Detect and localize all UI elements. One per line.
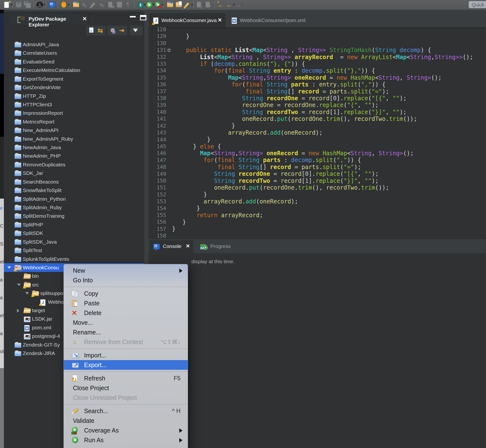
tree-item[interactable]: SnowflakeToSplit [4,186,144,195]
tree-item[interactable]: SplunkToSplitEvents [4,255,144,264]
menu-item-delete[interactable]: ✕Delete [64,308,188,318]
tree-item[interactable]: New_AdminAPI [4,126,144,135]
menu-item-go-into[interactable]: Go Into [64,275,188,285]
project-folder-icon [15,153,22,159]
tree-item[interactable]: ExportToSegment [4,75,144,83]
tree-item[interactable]: SplitDemoTraining [4,212,144,220]
chevron-right-icon[interactable] [17,309,19,313]
menu-item-import[interactable]: ↘Import... [64,350,188,360]
focus-on-active-task-icon[interactable]: ⇥ [117,26,126,35]
tree-item[interactable]: SplitPHP [4,220,144,229]
tree-item[interactable]: NewAdmin_Java [4,143,144,152]
console-tab[interactable]: Console✕ [149,240,193,253]
debug-icon[interactable] [137,1,144,8]
view-menu-icon[interactable] [131,26,139,35]
chevron-down-icon[interactable] [17,284,21,286]
open-folder-icon[interactable] [166,1,174,8]
close-icon[interactable]: ✕ [186,243,190,249]
console-tab[interactable]: Progress [197,240,238,253]
menu-item-close-project[interactable]: Close Project [64,383,188,393]
code-area[interactable]: } public static List<Map<String , String… [172,26,473,239]
run-icon[interactable] [146,1,153,8]
tree-item[interactable]: MetricsReport [4,117,144,126]
tree-item[interactable]: AdminAPI_Java [4,40,144,49]
next-annotation-icon: ↓ [196,1,203,8]
user-account-icon[interactable] [36,1,43,8]
line-number: 153 [150,198,166,205]
tree-item[interactable]: SplitAdmin_Python [4,195,144,203]
tree-item[interactable]: SplitSDK_Java [4,238,144,246]
tree-item-label: New_AdminAPI [23,126,58,135]
console-view-icon[interactable] [48,1,56,8]
tree-item[interactable]: EvaluateSeed [4,57,144,66]
tree-item[interactable]: SDK_Jar [4,169,144,177]
submenu-arrow-icon [179,269,182,273]
menu-item-refresh[interactable]: RefreshF5 [64,373,188,383]
menu-item-label: Search... [84,406,108,416]
quick-access-box[interactable]: Quick [469,1,486,8]
menu-item-shortcut: F5 [174,373,180,383]
paste-folder-icon[interactable] [175,1,182,8]
tree-item-label: SplitTest [23,246,42,255]
code-line: final String[] record = parts.split("=")… [172,88,473,95]
menu-item-new[interactable]: New [64,266,188,275]
menu-item-move[interactable]: Move... [64,318,188,328]
tree-item[interactable]: SplitSDK [4,229,144,238]
minimize-button[interactable] [129,15,137,21]
chevron-down-icon[interactable] [7,266,11,269]
tree-item[interactable]: GetZendeskVote [4,83,144,92]
tree-item[interactable]: NewAdmin_PHP [4,152,144,160]
menu-item-rename[interactable]: Rename... [64,328,188,337]
findbugs-icon[interactable] [60,1,68,8]
collapse-all-icon[interactable] [87,26,96,35]
tree-item[interactable]: SplitAdmin_Ruby [4,203,144,212]
menu-item-coverage-as[interactable]: Coverage As [64,425,188,435]
tree-item[interactable]: CorrelateUsers [4,49,144,57]
editor-tab[interactable]: MWebhookConsumer/pom.xml [228,14,314,28]
open-folder-icon [32,290,39,296]
maximize-button[interactable] [139,15,148,21]
tree-item-label: ExportToSegment [23,75,63,83]
open-folder-icon [24,273,31,279]
package-explorer-tab[interactable]: PyDev Package Explorer ✕ [8,13,88,25]
menu-item-label: Move... [73,318,93,328]
coverage-icon[interactable] [154,1,162,8]
link-with-editor-icon[interactable]: ⇆ [96,26,105,35]
background-letter: a [0,331,4,349]
line-number: 143 [150,129,166,136]
close-icon[interactable]: ✕ [82,16,87,22]
tree-item[interactable]: SplitTest [4,246,144,255]
menu-item-paste[interactable]: Paste [64,298,188,308]
tree-item[interactable]: SearchBeacons [4,177,144,186]
open-task-icon[interactable] [73,1,80,8]
close-icon[interactable]: ✕ [218,17,222,23]
menu-item-search[interactable]: Search...^ H [64,406,188,416]
menu-item-export[interactable]: ↗Export... [64,360,188,370]
editor-tab-label: WebhookConsumer.java [161,17,217,23]
tree-item[interactable]: New_AdminAPI_Ruby [4,135,144,143]
back-history-icon[interactable]: ← [226,1,233,8]
chevron-down-icon[interactable] [25,292,29,295]
new-wizard-icon[interactable]: ✦ [3,1,10,8]
fold-marker-icon[interactable] [167,48,171,52]
editor-tab[interactable]: JWebhookConsumer.java✕ [150,14,225,28]
line-number: 147 [150,157,166,164]
tree-item[interactable]: ExecuteMetricCalculation [4,66,144,75]
tree-item[interactable]: HTTP_Zip [4,92,144,101]
last-edit-location-icon[interactable]: ←✳ [217,1,224,8]
menu-item-validate[interactable]: Validate [64,416,188,425]
progress-icon [200,244,207,250]
menu-item-copy[interactable]: Copy [64,289,188,298]
project-folder-icon [15,350,22,356]
menu-item-run-as[interactable]: Run As [64,435,188,445]
code-line: return arrayRecord; [172,212,473,219]
tree-item[interactable]: RemoveDuplicates [4,160,144,169]
tree-item[interactable]: ImpressionReport [4,109,144,117]
code-line: } [172,225,473,232]
warning-overlay-icon [14,268,17,271]
highlight-icon[interactable] [184,1,191,8]
tree-item-label: AdminAPI_Java [23,40,59,49]
tree-item[interactable]: HTTPClient3 [4,100,144,109]
line-number: 150 [150,177,166,184]
filters-icon[interactable] [109,26,117,35]
